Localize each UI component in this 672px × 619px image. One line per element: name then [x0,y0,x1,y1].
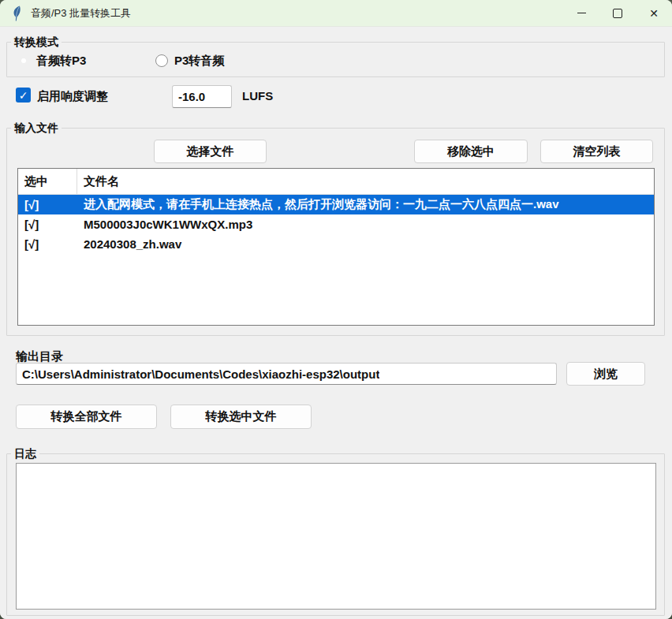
header-filename[interactable]: 文件名 [77,174,654,189]
log-group-label: 日志 [11,447,39,460]
remove-selected-button[interactable]: 移除选中 [414,140,528,163]
clear-list-button[interactable]: 清空列表 [540,140,653,163]
minimize-icon [577,13,586,13]
loudness-checkbox-label[interactable]: 启用响度调整 [37,89,108,104]
close-button[interactable]: ✕ [636,0,672,26]
browse-button[interactable]: 浏览 [566,362,645,386]
lufs-input[interactable]: -16.0 [172,85,232,108]
radio-audio-to-p3-label[interactable]: 音频转P3 [36,54,86,69]
python-feather-icon [10,6,22,21]
table-row[interactable]: [√] 20240308_zh.wav [18,234,654,254]
row-filename: 进入配网模式，请在手机上连接热点，然后打开浏览器访问：一九二点一六八点四点一.w… [77,197,654,212]
title-bar: 音频/P3 批量转换工具 ✕ [0,0,672,27]
log-textarea[interactable] [16,463,656,610]
file-table-header: 选中 文件名 [18,169,654,195]
client-area: 转换模式 音频转P3 P3转音频 ✓ 启用响度调整 -16.0 LUFS 输入文… [0,27,672,619]
table-row[interactable]: [√] 进入配网模式，请在手机上连接热点，然后打开浏览器访问：一九二点一六八点四… [18,195,654,214]
window-title: 音频/P3 批量转换工具 [31,6,131,21]
close-icon: ✕ [649,7,659,20]
lufs-unit-label: LUFS [242,89,273,103]
maximize-icon [613,9,622,18]
minimize-button[interactable] [563,0,599,26]
row-checked: [√] [18,218,77,231]
row-filename: 20240308_zh.wav [77,237,654,251]
table-row[interactable]: [√] M500003J0cWK1WWxQX.mp3 [18,214,654,234]
convert-all-button[interactable]: 转换全部文件 [16,405,157,429]
app-window: 音频/P3 批量转换工具 ✕ 转换模式 音频转P3 P3转音频 ✓ 启用响度调整… [0,0,672,619]
check-icon: ✓ [19,90,28,101]
file-table: 选中 文件名 [√] 进入配网模式，请在手机上连接热点，然后打开浏览器访问：一九… [17,168,655,326]
select-files-button[interactable]: 选择文件 [154,140,267,163]
row-filename: M500003J0cWK1WWxQX.mp3 [77,218,654,231]
convert-selected-button[interactable]: 转换选中文件 [170,405,312,429]
output-dir-value: C:\Users\Administrator\Documents\Codes\x… [22,367,379,381]
radio-p3-to-audio-label[interactable]: P3转音频 [174,54,224,69]
input-files-label: 输入文件 [11,121,62,134]
row-checked: [√] [18,237,77,251]
radio-p3-to-audio[interactable] [155,54,168,67]
header-checked[interactable]: 选中 [18,169,77,194]
mode-group-label: 转换模式 [11,35,62,48]
maximize-button[interactable] [599,0,636,26]
mode-groupbox [6,42,665,77]
row-checked: [√] [18,198,77,211]
loudness-checkbox[interactable]: ✓ [16,88,31,103]
lufs-value: -16.0 [178,90,205,103]
output-dir-input[interactable]: C:\Users\Administrator\Documents\Codes\x… [16,363,557,385]
